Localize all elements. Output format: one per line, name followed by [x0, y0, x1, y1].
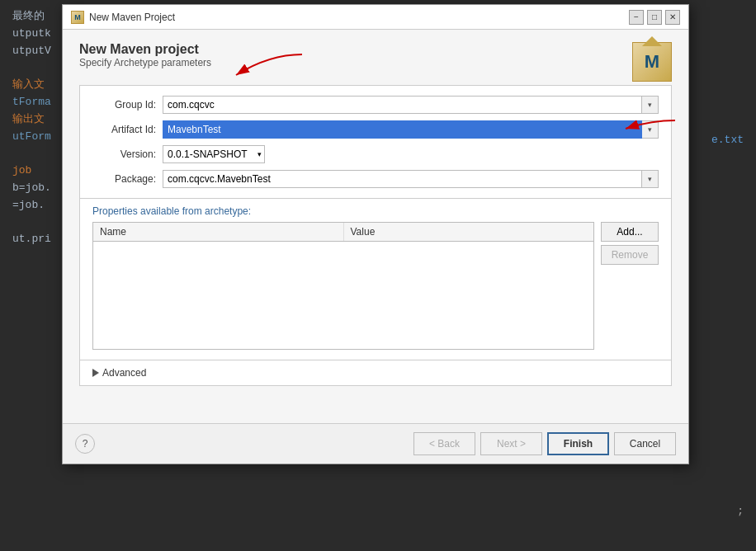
group-id-input[interactable] [163, 96, 642, 114]
table-header: Name Value [93, 223, 593, 242]
dialog-overlay: M New Maven Project − □ ✕ New Maven proj… [62, 0, 689, 551]
footer-buttons: < Back Next > Finish Cancel [413, 432, 676, 455]
table-body [93, 242, 593, 349]
version-row: Version: 0.0.1-SNAPSHOT [92, 145, 659, 163]
maven-icon: M [632, 42, 672, 82]
dialog-body: New Maven project Specify Archetype para… [63, 30, 688, 398]
close-button[interactable]: ✕ [665, 10, 680, 25]
title-left: M New Maven Project [71, 11, 175, 24]
advanced-triangle-icon [92, 369, 99, 377]
red-arrow-artifact-svg [617, 116, 683, 141]
minimize-button[interactable]: − [629, 10, 644, 25]
title-controls: − □ ✕ [629, 10, 680, 25]
version-label: Version: [92, 148, 163, 160]
dialog-main-title: New Maven project [79, 42, 211, 57]
version-select[interactable]: 0.0.1-SNAPSHOT [163, 145, 265, 163]
remove-button[interactable]: Remove [601, 245, 659, 265]
title-bar-icon: M [71, 11, 84, 24]
advanced-section: Advanced [79, 360, 672, 386]
package-input[interactable] [163, 170, 642, 188]
dialog-subtitle: Specify Archetype parameters [79, 57, 211, 68]
help-button[interactable]: ? [75, 434, 95, 454]
title-bar: M New Maven Project − □ ✕ [63, 5, 688, 30]
artifact-id-input[interactable] [163, 120, 642, 139]
finish-button[interactable]: Finish [547, 432, 609, 455]
dialog-spacer [63, 398, 688, 423]
properties-table-wrapper: Name Value Add... Remove [92, 222, 659, 350]
version-select-wrapper: 0.0.1-SNAPSHOT [163, 145, 265, 163]
red-arrow-svg [220, 50, 319, 83]
add-button[interactable]: Add... [601, 222, 659, 242]
properties-table: Name Value [92, 222, 594, 350]
form-section: Group Id: ▾ Artifact Id: ▾ [79, 85, 672, 199]
artifact-id-label: Artifact Id: [92, 124, 163, 135]
dialog-footer: ? < Back Next > Finish Cancel [63, 423, 688, 464]
title-text: New Maven Project [89, 12, 175, 23]
package-row: Package: ▾ [92, 170, 659, 188]
group-id-label: Group Id: [92, 99, 163, 111]
bg-bottom-text: ; [737, 503, 744, 520]
next-button[interactable]: Next > [480, 432, 542, 455]
back-button[interactable]: < Back [413, 432, 475, 455]
maximize-button[interactable]: □ [647, 10, 662, 25]
group-id-row: Group Id: ▾ [92, 96, 659, 114]
group-id-field-wrapper: ▾ [163, 96, 659, 114]
bg-right-text: e.txt [711, 132, 744, 149]
properties-buttons: Add... Remove [601, 222, 659, 350]
new-maven-project-dialog: M New Maven Project − □ ✕ New Maven proj… [62, 4, 689, 464]
properties-section: Properties available from archetype: Nam… [79, 199, 672, 360]
table-col-name: Name [93, 223, 344, 241]
table-col-value: Value [344, 223, 594, 241]
properties-label: Properties available from archetype: [92, 205, 659, 217]
dialog-header-text: New Maven project Specify Archetype para… [79, 42, 211, 81]
package-dropdown[interactable]: ▾ [642, 170, 659, 188]
dialog-header: New Maven project Specify Archetype para… [79, 42, 672, 82]
artifact-id-field-wrapper: ▾ [163, 120, 659, 139]
package-label: Package: [92, 173, 163, 185]
group-id-dropdown[interactable]: ▾ [642, 96, 659, 114]
advanced-label: Advanced [102, 367, 146, 379]
advanced-toggle[interactable]: Advanced [92, 367, 659, 379]
package-field-wrapper: ▾ [163, 170, 659, 188]
artifact-id-row: Artifact Id: ▾ [92, 120, 659, 139]
cancel-button[interactable]: Cancel [614, 432, 676, 455]
